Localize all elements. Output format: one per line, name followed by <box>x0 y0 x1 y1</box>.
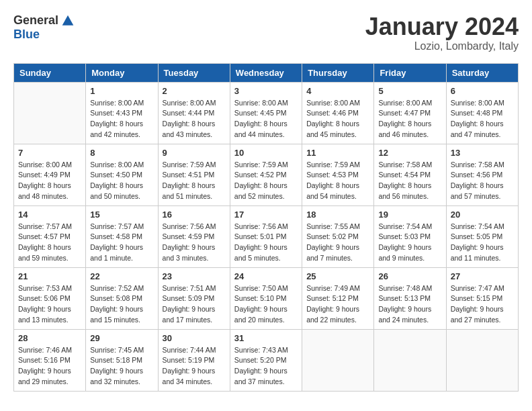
calendar-day-cell: 9Sunrise: 7:59 AMSunset: 4:51 PMDaylight… <box>158 144 230 205</box>
day-number: 12 <box>378 148 441 158</box>
day-info: Sunrise: 7:56 AMSunset: 4:59 PMDaylight:… <box>163 222 226 264</box>
day-number: 3 <box>234 86 298 96</box>
day-number: 25 <box>306 271 369 281</box>
day-info: Sunrise: 7:56 AMSunset: 5:01 PMDaylight:… <box>234 222 298 264</box>
column-header-friday: Friday <box>374 63 446 82</box>
day-number: 2 <box>163 86 226 96</box>
calendar-day-cell: 29Sunrise: 7:45 AMSunset: 5:18 PMDayligh… <box>86 329 158 391</box>
calendar-day-cell: 31Sunrise: 7:43 AMSunset: 5:20 PMDayligh… <box>230 329 302 391</box>
calendar-day-cell: 17Sunrise: 7:56 AMSunset: 5:01 PMDayligh… <box>230 205 302 267</box>
title-section: January 2024 Lozio, Lombardy, Italy <box>365 13 519 52</box>
day-info: Sunrise: 7:49 AMSunset: 5:12 PMDaylight:… <box>306 283 369 326</box>
calendar-day-cell: 7Sunrise: 8:00 AMSunset: 4:49 PMDaylight… <box>14 144 86 205</box>
day-info: Sunrise: 7:48 AMSunset: 5:13 PMDaylight:… <box>378 283 441 326</box>
day-number: 31 <box>234 333 298 343</box>
day-number: 19 <box>378 210 441 220</box>
logo-blue-text: Blue <box>13 28 40 42</box>
day-info: Sunrise: 7:54 AMSunset: 5:03 PMDaylight:… <box>378 222 441 264</box>
calendar-day-cell: 26Sunrise: 7:48 AMSunset: 5:13 PMDayligh… <box>374 267 446 329</box>
day-info: Sunrise: 8:00 AMSunset: 4:45 PMDaylight:… <box>234 98 298 140</box>
calendar-day-cell <box>14 82 86 144</box>
page-header: General Blue January 2024 Lozio, Lombard… <box>13 13 519 52</box>
column-header-saturday: Saturday <box>446 63 518 82</box>
day-info: Sunrise: 7:51 AMSunset: 5:09 PMDaylight:… <box>163 283 226 326</box>
calendar-day-cell <box>302 329 374 391</box>
day-number: 17 <box>234 210 298 220</box>
day-info: Sunrise: 7:59 AMSunset: 4:51 PMDaylight:… <box>163 160 226 202</box>
calendar-day-cell <box>446 329 518 391</box>
calendar-day-cell: 3Sunrise: 8:00 AMSunset: 4:45 PMDaylight… <box>230 82 302 144</box>
day-info: Sunrise: 7:46 AMSunset: 5:16 PMDaylight:… <box>18 345 81 387</box>
calendar-day-cell: 18Sunrise: 7:55 AMSunset: 5:02 PMDayligh… <box>302 205 374 267</box>
day-info: Sunrise: 7:54 AMSunset: 5:05 PMDaylight:… <box>451 222 514 264</box>
day-number: 5 <box>378 86 441 96</box>
day-info: Sunrise: 8:00 AMSunset: 4:47 PMDaylight:… <box>378 98 441 140</box>
calendar-day-cell: 30Sunrise: 7:44 AMSunset: 5:19 PMDayligh… <box>158 329 230 391</box>
calendar-day-cell: 22Sunrise: 7:52 AMSunset: 5:08 PMDayligh… <box>86 267 158 329</box>
calendar-day-cell: 14Sunrise: 7:57 AMSunset: 4:57 PMDayligh… <box>14 205 86 267</box>
calendar-day-cell: 5Sunrise: 8:00 AMSunset: 4:47 PMDaylight… <box>374 82 446 144</box>
calendar-week-row: 1Sunrise: 8:00 AMSunset: 4:43 PMDaylight… <box>14 82 519 144</box>
calendar-day-cell: 27Sunrise: 7:47 AMSunset: 5:15 PMDayligh… <box>446 267 518 329</box>
day-info: Sunrise: 7:52 AMSunset: 5:08 PMDaylight:… <box>90 283 153 326</box>
day-number: 29 <box>90 333 153 343</box>
calendar-day-cell: 24Sunrise: 7:50 AMSunset: 5:10 PMDayligh… <box>230 267 302 329</box>
calendar-table: SundayMondayTuesdayWednesdayThursdayFrid… <box>13 63 519 392</box>
day-info: Sunrise: 7:43 AMSunset: 5:20 PMDaylight:… <box>234 345 298 387</box>
day-info: Sunrise: 8:00 AMSunset: 4:46 PMDaylight:… <box>306 98 369 140</box>
column-header-sunday: Sunday <box>14 63 86 82</box>
calendar-day-cell: 2Sunrise: 8:00 AMSunset: 4:44 PMDaylight… <box>158 82 230 144</box>
day-number: 13 <box>451 148 514 158</box>
column-header-monday: Monday <box>86 63 158 82</box>
calendar-week-row: 14Sunrise: 7:57 AMSunset: 4:57 PMDayligh… <box>14 205 519 267</box>
day-number: 23 <box>163 271 226 281</box>
logo-general-text: General <box>13 13 58 28</box>
day-number: 26 <box>378 271 441 281</box>
calendar-day-cell: 6Sunrise: 8:00 AMSunset: 4:48 PMDaylight… <box>446 82 518 144</box>
calendar-header-row: SundayMondayTuesdayWednesdayThursdayFrid… <box>14 63 519 82</box>
calendar-day-cell: 16Sunrise: 7:56 AMSunset: 4:59 PMDayligh… <box>158 205 230 267</box>
calendar-day-cell <box>374 329 446 391</box>
calendar-day-cell: 4Sunrise: 8:00 AMSunset: 4:46 PMDaylight… <box>302 82 374 144</box>
day-number: 7 <box>18 148 81 158</box>
logo-icon <box>61 14 75 28</box>
day-info: Sunrise: 7:55 AMSunset: 5:02 PMDaylight:… <box>306 222 369 264</box>
calendar-day-cell: 15Sunrise: 7:57 AMSunset: 4:58 PMDayligh… <box>86 205 158 267</box>
location-text: Lozio, Lombardy, Italy <box>365 40 519 52</box>
day-info: Sunrise: 8:00 AMSunset: 4:43 PMDaylight:… <box>90 98 153 140</box>
day-number: 22 <box>90 271 153 281</box>
calendar-day-cell: 19Sunrise: 7:54 AMSunset: 5:03 PMDayligh… <box>374 205 446 267</box>
calendar-day-cell: 8Sunrise: 8:00 AMSunset: 4:50 PMDaylight… <box>86 144 158 205</box>
calendar-day-cell: 20Sunrise: 7:54 AMSunset: 5:05 PMDayligh… <box>446 205 518 267</box>
day-number: 1 <box>90 86 153 96</box>
calendar-week-row: 7Sunrise: 8:00 AMSunset: 4:49 PMDaylight… <box>14 144 519 205</box>
day-number: 8 <box>90 148 153 158</box>
column-header-thursday: Thursday <box>302 63 374 82</box>
day-number: 30 <box>163 333 226 343</box>
month-title: January 2024 <box>365 13 519 40</box>
day-number: 28 <box>18 333 81 343</box>
day-number: 21 <box>18 271 81 281</box>
day-info: Sunrise: 8:00 AMSunset: 4:50 PMDaylight:… <box>90 160 153 202</box>
day-info: Sunrise: 7:53 AMSunset: 5:06 PMDaylight:… <box>18 283 81 326</box>
day-info: Sunrise: 8:00 AMSunset: 4:44 PMDaylight:… <box>163 98 226 140</box>
day-number: 24 <box>234 271 298 281</box>
day-number: 11 <box>306 148 369 158</box>
day-number: 18 <box>306 210 369 220</box>
day-number: 15 <box>90 210 153 220</box>
calendar-day-cell: 12Sunrise: 7:58 AMSunset: 4:54 PMDayligh… <box>374 144 446 205</box>
day-info: Sunrise: 8:00 AMSunset: 4:49 PMDaylight:… <box>18 160 81 202</box>
day-info: Sunrise: 7:45 AMSunset: 5:18 PMDaylight:… <box>90 345 153 387</box>
day-info: Sunrise: 8:00 AMSunset: 4:48 PMDaylight:… <box>451 98 514 140</box>
day-info: Sunrise: 7:44 AMSunset: 5:19 PMDaylight:… <box>163 345 226 387</box>
calendar-day-cell: 1Sunrise: 8:00 AMSunset: 4:43 PMDaylight… <box>86 82 158 144</box>
day-info: Sunrise: 7:58 AMSunset: 4:54 PMDaylight:… <box>378 160 441 202</box>
logo: General Blue <box>13 13 75 42</box>
column-header-wednesday: Wednesday <box>230 63 302 82</box>
column-header-tuesday: Tuesday <box>158 63 230 82</box>
calendar-day-cell: 11Sunrise: 7:59 AMSunset: 4:53 PMDayligh… <box>302 144 374 205</box>
day-info: Sunrise: 7:57 AMSunset: 4:57 PMDaylight:… <box>18 222 81 264</box>
calendar-day-cell: 28Sunrise: 7:46 AMSunset: 5:16 PMDayligh… <box>14 329 86 391</box>
day-info: Sunrise: 7:50 AMSunset: 5:10 PMDaylight:… <box>234 283 298 326</box>
calendar-week-row: 21Sunrise: 7:53 AMSunset: 5:06 PMDayligh… <box>14 267 519 329</box>
